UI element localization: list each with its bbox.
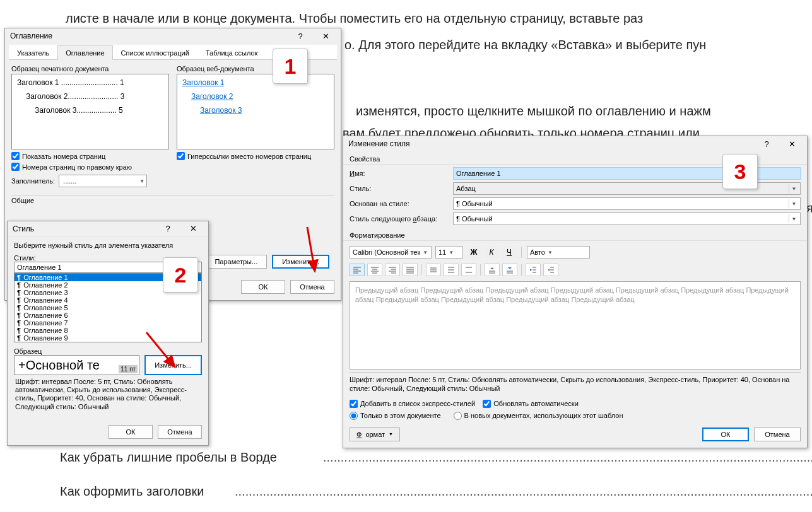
modify-button[interactable]: Изменить... [272, 255, 329, 269]
line-spacing-1-button[interactable] [426, 264, 441, 276]
options-button[interactable]: Параметры... [205, 255, 267, 269]
print-preview-label: Образец печатного документа [11, 65, 169, 73]
check-label: Добавить в список экспресс-стилей [360, 400, 475, 407]
pilcrow-icon: ¶ [17, 281, 21, 289]
style-item-label: Оглавление 4 [23, 296, 68, 304]
font-value: Calibri (Основной тек [353, 248, 420, 256]
callout-1: 1 [273, 49, 308, 84]
ok-button[interactable]: ОК [109, 425, 153, 439]
pilcrow-icon: ¶ [17, 289, 21, 296]
help-button[interactable]: ? [288, 29, 313, 43]
based-on-combo[interactable]: ¶ Обычный▼ [453, 197, 801, 210]
only-this-doc-radio[interactable]: Только в этом документе [350, 412, 441, 420]
bg-line-1: листе в начале или в конце документа. Чт… [66, 11, 643, 26]
style-list-item[interactable]: ¶Оглавление 5 [15, 304, 201, 311]
next-style-combo[interactable]: ¶ Обычный▼ [453, 212, 801, 225]
close-button[interactable]: ✕ [779, 137, 804, 151]
align-justify-button[interactable] [403, 264, 418, 276]
line-spacing-2-button[interactable] [461, 264, 476, 276]
tab-illustrations[interactable]: Список иллюстраций [113, 45, 197, 60]
style-item-label: Оглавление 9 [23, 334, 68, 342]
align-right-icon [388, 266, 397, 274]
show-page-numbers-check[interactable]: Показать номера страниц [11, 152, 169, 160]
bg-dots-2: ........................................… [235, 484, 812, 499]
indent-dec-button[interactable] [526, 264, 541, 276]
auto-update-check[interactable]: Обновлять автоматически [483, 400, 579, 408]
right-align-numbers-check[interactable]: Номера страниц по правому краю [11, 163, 169, 171]
ok-button[interactable]: ОК [702, 428, 749, 441]
leader-combo[interactable]: .......▼ [59, 175, 147, 187]
new-docs-radio[interactable]: В новых документах, использующих этот ша… [454, 412, 623, 420]
tab-index[interactable]: Указатель [9, 45, 57, 60]
align-left-icon [353, 266, 362, 274]
close-button[interactable]: ✕ [313, 29, 338, 43]
style-item-label: Оглавление 7 [23, 319, 68, 327]
check-label: Номера страниц по правому краю [22, 163, 132, 171]
cancel-button[interactable]: Отмена [290, 280, 334, 294]
underline-button[interactable]: Ч [502, 246, 516, 259]
align-left-button[interactable] [350, 264, 365, 276]
next-style-label: Стиль следующего абзаца: [350, 215, 448, 223]
formatting-group: Форматирование [343, 228, 807, 241]
separator [480, 264, 481, 276]
style-list-item[interactable]: ¶Оглавление 8 [15, 327, 201, 334]
style-titlebar[interactable]: Стиль ? ✕ [8, 221, 208, 236]
format-dropdown-button[interactable]: Формат ▼ [350, 428, 400, 441]
font-combo[interactable]: Calibri (Основной тек▼ [350, 246, 432, 259]
align-center-button[interactable] [367, 264, 382, 276]
close-button[interactable]: ✕ [180, 222, 206, 236]
style-list-item[interactable]: ¶Оглавление 6 [15, 311, 201, 319]
cancel-button[interactable]: Отмена [754, 428, 801, 441]
line-spacing-15-button[interactable] [444, 264, 459, 276]
next-style-value: ¶ Обычный [456, 215, 493, 223]
web-link[interactable]: Заголовок 1 [182, 78, 224, 87]
font-size-combo[interactable]: 11▼ [435, 246, 463, 259]
chevron-down-icon: ▼ [789, 214, 799, 223]
help-button[interactable]: ? [754, 137, 779, 151]
callout-2: 2 [163, 257, 198, 293]
toc-titlebar[interactable]: Оглавление ? ✕ [5, 28, 341, 44]
separator [421, 264, 422, 276]
chevron-down-icon: ▼ [389, 432, 393, 436]
indent-inc-button[interactable] [543, 264, 558, 276]
line-spacing-icon [429, 266, 438, 274]
style-item-label: Оглавление 6 [23, 311, 68, 319]
modify-button[interactable]: Изменить... [144, 355, 202, 375]
modify-style-titlebar[interactable]: Изменение стиля ? ✕ [343, 136, 807, 151]
ok-button[interactable]: ОК [241, 280, 285, 294]
check-label: Гиперссылки вместо номеров страниц [187, 153, 311, 160]
style-list-item[interactable]: ¶Оглавление 7 [15, 319, 201, 327]
style-list-item[interactable]: ¶Оглавление 9 [15, 334, 201, 342]
leader-value: ....... [63, 177, 76, 185]
general-group-label: Общие [11, 195, 334, 204]
space-before-dec-button[interactable] [502, 264, 517, 276]
style-item-label: Оглавление 8 [23, 327, 68, 334]
line-spacing-icon [464, 266, 473, 274]
tab-authorities[interactable]: Таблица ссылок [197, 45, 266, 60]
tab-toc[interactable]: Оглавление [57, 45, 112, 60]
style-title: Стиль [13, 224, 34, 233]
web-link[interactable]: Заголовок 3 [200, 106, 242, 115]
bg-line-b1: Как убрать лишние пробелы в Ворде [60, 450, 277, 465]
name-value: Оглавление 1 [456, 170, 501, 177]
spacing-icon [505, 266, 514, 274]
add-to-quick-styles-check[interactable]: Добавить в список экспресс-стилей [350, 400, 475, 408]
indent-inc-icon [546, 266, 555, 274]
pilcrow-icon: ¶ [17, 274, 21, 281]
preview-line: Заголовок 1 ........................... … [17, 78, 163, 87]
space-before-inc-button[interactable] [485, 264, 500, 276]
italic-button[interactable]: К [485, 246, 498, 259]
cancel-button[interactable]: Отмена [158, 425, 202, 439]
hyperlinks-check[interactable]: Гиперссылки вместо номеров страниц [177, 152, 334, 160]
style-item-label: Оглавление 3 [23, 289, 68, 296]
indent-dec-icon [529, 266, 538, 274]
font-color-combo[interactable]: Авто▼ [527, 246, 590, 259]
web-link[interactable]: Заголовок 2 [191, 92, 233, 101]
help-button[interactable]: ? [155, 222, 180, 236]
bold-button[interactable]: Ж [467, 246, 481, 259]
style-list-item[interactable]: ¶Оглавление 4 [15, 296, 201, 304]
style-type-label: Стиль: [350, 185, 448, 192]
sample-size: 11 пт [119, 365, 138, 373]
align-right-button[interactable] [385, 264, 400, 276]
style-hint: Выберите нужный стиль для элемента указа… [14, 241, 202, 249]
